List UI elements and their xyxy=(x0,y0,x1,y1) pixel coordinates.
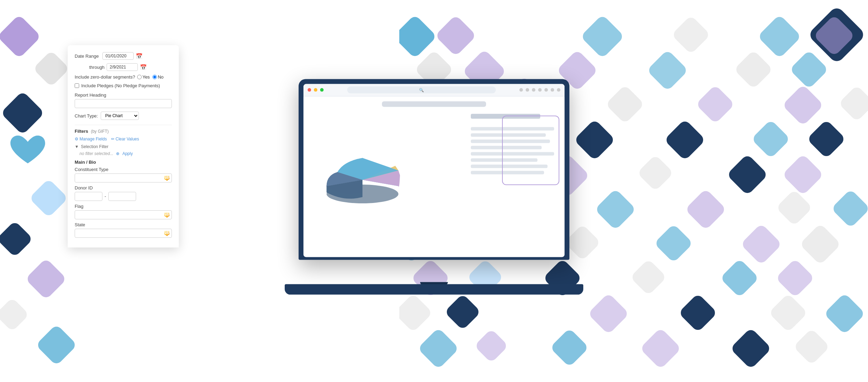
date-to-input[interactable] xyxy=(107,63,138,71)
date-through-row: through 📅 xyxy=(75,63,172,71)
no-radio[interactable] xyxy=(152,75,157,79)
main-bio-section: Main / Bio Constituent Type 🔱 Donor ID -… xyxy=(75,160,172,238)
r-diamond-fr-1 xyxy=(671,15,710,54)
r-diamond-ffr-8 xyxy=(720,258,759,298)
r-diamond-efr-6 xyxy=(831,189,868,228)
r-diamond-fr-3 xyxy=(695,84,735,124)
constituent-type-icon: 🔱 xyxy=(164,175,170,181)
laptop-wrapper: 🔍 xyxy=(285,79,583,294)
pie-chart xyxy=(317,145,408,208)
flag-input[interactable] xyxy=(75,210,172,219)
yes-radio[interactable] xyxy=(137,75,142,79)
tab-dot-1 xyxy=(519,88,523,92)
pledges-checkbox[interactable] xyxy=(75,83,79,88)
r-diamond-far-6 xyxy=(594,188,636,230)
diamond-4 xyxy=(29,178,68,218)
chart-type-select[interactable]: Pie Chart Bar Chart Line Chart xyxy=(101,112,139,120)
apply-link[interactable]: Apply xyxy=(122,151,133,156)
r-diamond-far-9 xyxy=(587,293,629,334)
manage-fields-link[interactable]: ⚙ Manage Fields xyxy=(75,137,107,141)
r-diamond-fr-2 xyxy=(646,49,688,91)
purple-outline-box xyxy=(502,115,559,185)
browser-dot-red xyxy=(308,88,311,92)
r-diamond-20 xyxy=(444,293,481,330)
r-diamond-ffr-6 xyxy=(776,189,812,226)
diamond-2 xyxy=(33,50,69,87)
filters-sub-text: (by GIFT) xyxy=(91,129,109,134)
state-label: State xyxy=(75,222,172,227)
no-radio-label[interactable]: No xyxy=(152,74,164,80)
r-diamond-ffr-5 xyxy=(726,154,768,195)
r-diamond-ffr-7 xyxy=(740,223,782,265)
r-diamond-fr-9 xyxy=(678,293,717,332)
tab-dot-5 xyxy=(544,88,548,92)
no-filter-row: no filter selected... ⊕ Apply xyxy=(80,151,172,156)
date-from-input[interactable] xyxy=(102,52,134,60)
date-range-label: Date Range xyxy=(75,54,102,59)
no-filter-selected-text: no filter selected... xyxy=(80,151,113,156)
clear-values-label: Clear Values xyxy=(116,137,139,141)
tab-dot-7 xyxy=(557,88,560,92)
r-diamond-efr-4 xyxy=(807,119,846,159)
r-diamond-fr-5 xyxy=(637,154,674,191)
report-heading-section: Report Heading xyxy=(75,92,172,112)
r-diamond-19 xyxy=(399,293,433,332)
r-diamond-efr-9 xyxy=(824,293,865,334)
yes-radio-label[interactable]: Yes xyxy=(137,74,150,80)
r-diamond-ffr-1 xyxy=(757,14,801,58)
r-diamond-efr-8 xyxy=(775,258,815,298)
constituent-type-field: 🔱 xyxy=(75,173,172,182)
main-bio-heading: Main / Bio xyxy=(75,160,172,165)
diamond-5 xyxy=(0,220,33,257)
background: 🔍 xyxy=(0,0,868,382)
diamond-1 xyxy=(0,14,41,58)
report-heading-input[interactable] xyxy=(75,99,172,108)
filter-panel: Date Range 📅 through 📅 Include zero-doll… xyxy=(68,45,179,247)
donor-id-to-input[interactable] xyxy=(108,192,136,201)
r-diamond-fr-7 xyxy=(654,223,693,263)
r-diamond-ffr-3 xyxy=(782,84,824,126)
manage-fields-label: Manage Fields xyxy=(80,137,107,141)
calendar-icon-from[interactable]: 📅 xyxy=(136,53,143,59)
apply-plus-icon: ⊕ xyxy=(116,151,119,156)
tab-dot-4 xyxy=(538,88,542,92)
tab-dot-3 xyxy=(532,88,535,92)
content-title-bar xyxy=(382,101,486,107)
diamond-8 xyxy=(35,324,77,366)
flag-field: 🔱 xyxy=(75,210,172,219)
browser-dot-green xyxy=(320,88,324,92)
calendar-icon-to[interactable]: 📅 xyxy=(140,64,147,71)
r-diamond-22 xyxy=(474,329,509,363)
r-diamond-far-10 xyxy=(550,328,589,367)
state-input[interactable] xyxy=(75,229,172,238)
tab-dot-6 xyxy=(551,88,554,92)
constituent-type-input[interactable] xyxy=(75,173,172,182)
selection-filter-row: ▼ Selection Filter xyxy=(75,144,172,149)
chart-type-label: Chart Type: xyxy=(75,113,98,119)
filters-heading: Filters (by GIFT) xyxy=(75,129,172,134)
selection-filter-label: Selection Filter xyxy=(81,144,108,149)
pledges-label: Include Pledges (No Pledge Payments) xyxy=(81,83,160,88)
zero-dollar-label: Include zero-dollar segments? xyxy=(75,74,135,80)
clear-values-link[interactable]: ✏ Clear Values xyxy=(111,137,139,141)
heart-blue-left xyxy=(10,136,45,167)
donor-id-from-input[interactable] xyxy=(75,192,102,201)
r-diamond-ffr-9 xyxy=(768,293,808,332)
r-diamond-fr-6 xyxy=(685,188,726,230)
r-diamond-21 xyxy=(417,327,459,369)
laptop-screen: 🔍 xyxy=(299,79,569,260)
laptop-content xyxy=(303,96,565,257)
r-diamond-1 xyxy=(399,14,437,58)
r-diamond-efr-7 xyxy=(799,223,841,265)
through-label: through xyxy=(89,65,105,70)
r-diamond-ffr-10 xyxy=(730,327,771,369)
r-diamond-far-1 xyxy=(580,14,624,58)
state-icon: 🔱 xyxy=(164,230,170,236)
laptop-bezel: 🔍 xyxy=(303,84,565,257)
filters-heading-text: Filters xyxy=(75,129,88,134)
browser-search-bar: 🔍 xyxy=(347,87,496,94)
r-diamond-ffr-4 xyxy=(751,119,790,159)
flag-label: Flag xyxy=(75,204,172,209)
filter-actions: ⚙ Manage Fields ✏ Clear Values xyxy=(75,137,172,141)
constituent-type-label: Constituent Type xyxy=(75,167,172,172)
